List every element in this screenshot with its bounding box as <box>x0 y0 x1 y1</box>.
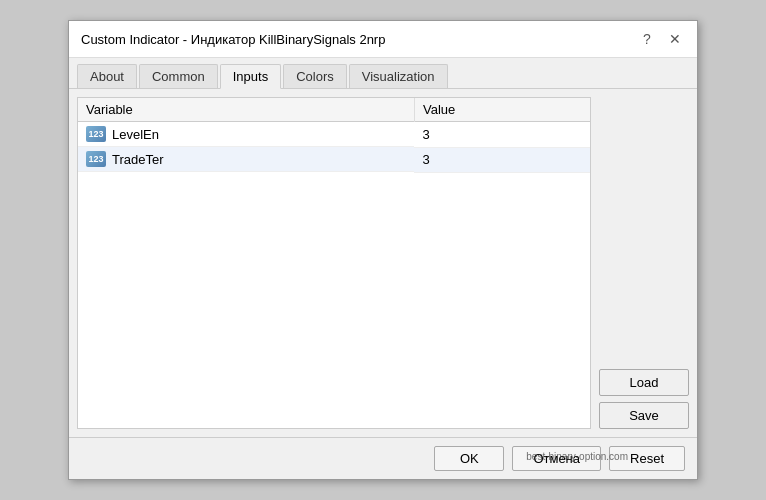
tab-common[interactable]: Common <box>139 64 218 88</box>
table-row[interactable]: 123LevelEn3 <box>78 122 590 148</box>
value-cell[interactable]: 3 <box>414 122 590 148</box>
variable-type-icon: 123 <box>86 126 106 142</box>
variable-cell: 123LevelEn <box>78 122 414 147</box>
title-controls: ? ✕ <box>637 29 685 49</box>
tab-colors[interactable]: Colors <box>283 64 347 88</box>
help-button[interactable]: ? <box>637 29 657 49</box>
tab-inputs[interactable]: Inputs <box>220 64 281 89</box>
tab-about[interactable]: About <box>77 64 137 88</box>
value-cell[interactable]: 3 <box>414 147 590 172</box>
inputs-table: Variable Value 123LevelEn3123TradeTer3 <box>77 97 591 429</box>
ok-button[interactable]: OK <box>434 446 504 471</box>
table-row[interactable]: 123TradeTer3 <box>78 147 590 172</box>
column-value: Value <box>414 98 590 122</box>
load-button[interactable]: Load <box>599 369 689 396</box>
content-area: Variable Value 123LevelEn3123TradeTer3 L… <box>69 89 697 437</box>
side-buttons: Load Save <box>599 97 689 429</box>
column-variable: Variable <box>78 98 414 122</box>
variable-type-icon: 123 <box>86 151 106 167</box>
watermark: best-binary-option.com <box>526 451 628 462</box>
save-button[interactable]: Save <box>599 402 689 429</box>
title-bar: Custom Indicator - Индикатор KillBinaryS… <box>69 21 697 58</box>
variable-name: LevelEn <box>112 127 159 142</box>
variable-name: TradeTer <box>112 152 164 167</box>
close-button[interactable]: ✕ <box>665 29 685 49</box>
dialog-title: Custom Indicator - Индикатор KillBinaryS… <box>81 32 385 47</box>
tab-visualization[interactable]: Visualization <box>349 64 448 88</box>
tab-bar: About Common Inputs Colors Visualization <box>69 58 697 89</box>
dialog-window: Custom Indicator - Индикатор KillBinaryS… <box>68 20 698 480</box>
variable-cell: 123TradeTer <box>78 147 414 172</box>
